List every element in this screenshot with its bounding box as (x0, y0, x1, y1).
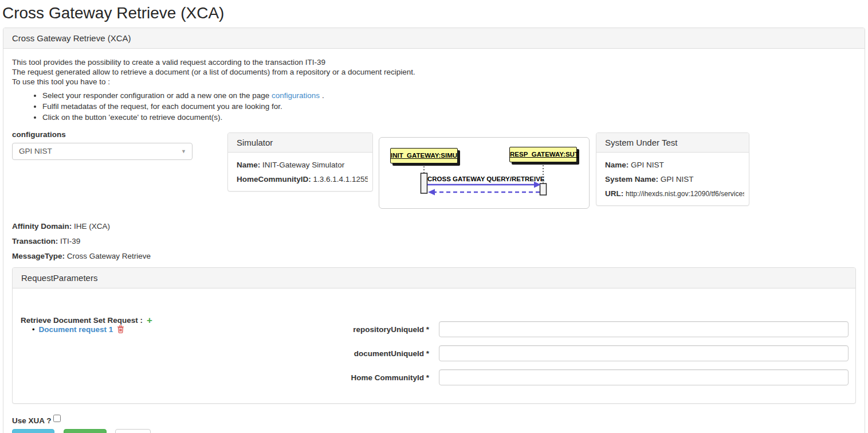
document-unique-id-label: documentUniqueId * (13, 349, 429, 358)
configurations-selected-value: GPI NIST (19, 147, 52, 155)
intro-line-2: The request generated allow to retrieve … (12, 67, 856, 77)
bullet1-text: Select your responder configuration or a… (42, 91, 269, 100)
repository-unique-id-input[interactable] (439, 321, 849, 337)
resp-gateway-actor: RESP_GATEWAY:SUT (509, 147, 577, 162)
simulator-hcid-row: HomeCommunityID: 1.3.6.1.4.1.12559.11.3.… (237, 175, 368, 184)
configurations-link[interactable]: configurations (272, 91, 320, 100)
sequence-diagram: INIT_GATEWAY:SIMU RESP_GATEWAY:SUT CROSS… (379, 137, 590, 209)
sut-system-name-label: System Name: (605, 175, 658, 184)
home-community-id-row: Home CommunityId * (13, 369, 849, 385)
reset-button[interactable]: Reset (115, 429, 150, 433)
simulator-name-value: INIT-Gateway Simulator (262, 161, 344, 169)
sequence-message-label: CROSS GATEWAY QUERY/RETREIVE (427, 175, 540, 182)
use-xua-label: Use XUA ? (12, 416, 52, 425)
sut-name-row: Name: GPI NIST (605, 161, 744, 169)
sut-url-label: URL: (605, 189, 623, 198)
sut-url-row: URL: http://ihexds.nist.gov:12090/tf6/se… (605, 189, 744, 198)
sut-name-label: Name: (605, 161, 629, 169)
transaction-value: ITI-39 (60, 237, 80, 245)
intro-bullet-list: Select your responder configuration or a… (12, 91, 856, 123)
configuration-row: configurations GPI NIST ▼ Simulator Name… (12, 130, 856, 213)
message-type-row: MessageType: Cross Gateway Retrieve (12, 251, 856, 261)
main-panel-body: This tool provides the possibility to cr… (3, 49, 865, 433)
sut-url-value: http://ihexds.nist.gov:12090/tf6/service… (626, 190, 744, 198)
configurations-select[interactable]: GPI NIST ▼ (12, 143, 193, 160)
chevron-down-icon: ▼ (181, 143, 186, 159)
use-xua-checkbox[interactable] (53, 415, 61, 422)
request-parameters-heading: RequestParameters (13, 268, 855, 288)
affinity-domain-row: Affinity Domain: IHE (XCA) (12, 221, 856, 231)
bullet1-period: . (322, 91, 324, 100)
execute-button[interactable]: Execute (64, 429, 107, 433)
simulator-hcid-label: HomeCommunityID: (237, 175, 311, 184)
sut-system-name-row: System Name: GPI NIST (605, 175, 744, 184)
init-gateway-actor: INIT_GATEWAY:SIMU (390, 148, 458, 163)
main-panel-heading: Cross Gateway Retrieve (XCA) (3, 28, 865, 49)
document-unique-id-input[interactable] (439, 345, 849, 361)
use-xua-row: Use XUA ? (12, 415, 856, 425)
configurations-label: configurations (12, 130, 193, 139)
intro-text: This tool provides the possibility to cr… (12, 57, 856, 123)
simulator-panel: Simulator Name: INIT-Gateway Simulator H… (227, 132, 373, 192)
simulator-name-label: Name: (237, 161, 260, 169)
intro-bullet-2: Fulfil metadatas of the request, for eac… (42, 102, 856, 112)
system-under-test-panel: System Under Test Name: GPI NIST System … (596, 132, 749, 206)
intro-line-1: This tool provides the possibility to cr… (12, 57, 856, 67)
intro-bullet-1: Select your responder configuration or a… (42, 91, 856, 101)
transaction-row: Transaction: ITI-39 (12, 236, 856, 246)
repository-unique-id-row: repositoryUniqueId * (13, 321, 849, 337)
configurations-block: configurations GPI NIST ▼ (12, 130, 193, 160)
simulator-panel-body: Name: INIT-Gateway Simulator HomeCommuni… (228, 153, 372, 191)
transaction-details: Affinity Domain: IHE (XCA) Transaction: … (12, 221, 856, 261)
affinity-domain-value: IHE (XCA) (74, 222, 110, 231)
home-community-id-label: Home CommunityId * (13, 373, 429, 382)
action-buttons: Preview Execute Reset (12, 429, 856, 433)
intro-line-3: To use this tool you have to : (12, 77, 856, 87)
repository-unique-id-label: repositoryUniqueId * (13, 325, 429, 334)
document-unique-id-row: documentUniqueId * (13, 345, 849, 361)
page-title: Cross Gateway Retrieve (XCA) (2, 4, 868, 22)
request-parameters-body: Retrieve Document Set Request :+ •Docume… (13, 288, 855, 403)
intro-bullet-3: Click on the button 'execute' to retriev… (42, 112, 856, 123)
preview-button[interactable]: Preview (12, 429, 54, 433)
transaction-label: Transaction: (12, 237, 58, 245)
sut-panel-heading: System Under Test (596, 133, 749, 153)
sut-name-value: GPI NIST (631, 161, 664, 169)
simulator-name-row: Name: INIT-Gateway Simulator (237, 161, 368, 169)
affinity-domain-label: Affinity Domain: (12, 222, 72, 231)
request-parameters-panel: RequestParameters Retrieve Document Set … (12, 267, 856, 404)
simulator-panel-heading: Simulator (228, 133, 372, 153)
sut-panel-body: Name: GPI NIST System Name: GPI NIST URL… (596, 153, 749, 205)
main-panel: Cross Gateway Retrieve (XCA) This tool p… (3, 28, 865, 433)
sut-system-name-value: GPI NIST (661, 175, 694, 184)
home-community-id-input[interactable] (439, 369, 849, 385)
message-type-value: Cross Gateway Retrieve (67, 252, 151, 260)
message-type-label: MessageType: (12, 252, 65, 260)
simulator-hcid-value: 1.3.6.1.4.1.12559.11.3.1 (313, 175, 368, 184)
